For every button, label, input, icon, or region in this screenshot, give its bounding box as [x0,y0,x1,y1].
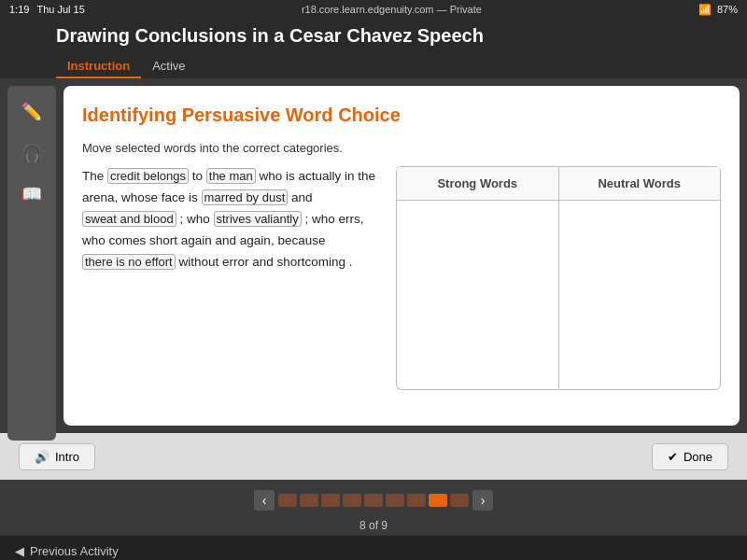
page-dot-2[interactable] [300,494,318,507]
strong-words-column[interactable]: Strong Words [396,166,558,390]
neutral-words-body[interactable] [559,201,721,389]
intro-button[interactable]: 🔊 Intro [19,443,95,470]
strong-words-header: Strong Words [397,167,558,201]
time: 1:19 [9,4,29,15]
strong-words-body[interactable] [397,201,558,389]
action-bar: 🔊 Intro ✔ Done [0,433,747,480]
check-icon: ✔ [668,450,678,464]
day: Thu Jul 15 [36,4,84,15]
page-dot-9[interactable] [450,494,469,507]
neutral-words-header: Neutral Words [559,167,721,201]
prev-page-button[interactable]: ‹ [254,490,275,511]
page-dot-5[interactable] [364,494,383,507]
content-card: Identifying Persuasive Word Choice Move … [63,86,740,426]
speaker-icon: 🔊 [35,450,49,464]
passage-text: The credit belongs to the man who is act… [82,166,381,390]
card-title: Identifying Persuasive Word Choice [82,105,721,126]
page-dot-8[interactable] [429,494,447,507]
page-count: 8 of 9 [358,517,389,534]
tag-there-is-no-effort[interactable]: there is no effort [82,254,176,270]
sidebar: ✏️ 🎧 📖 [7,86,56,441]
page-dot-7[interactable] [407,494,426,507]
prev-activity-button[interactable]: ◀ Previous Activity [15,544,119,558]
nav-tabs: Instruction Active [0,52,747,78]
passage-after6: without error and shortcoming . [178,255,352,269]
pencil-icon[interactable]: ✏️ [15,95,49,129]
word-columns: Strong Words Neutral Words [396,166,721,390]
tag-strives-valiantly[interactable]: strives valiantly [214,211,302,227]
title-bar: Drawing Conclusions in a Cesar Chavez Sp… [0,19,747,52]
intro-label: Intro [55,450,79,464]
status-bar: 1:19 Thu Jul 15 r18.core.learn.edgenuity… [0,0,747,19]
passage-columns: The credit belongs to the man who is act… [82,166,721,390]
battery: 87% [717,4,738,15]
book-icon[interactable]: 📖 [15,177,49,211]
headphones-icon[interactable]: 🎧 [15,136,49,170]
passage-intro: The [82,169,104,183]
page-dot-6[interactable] [386,494,404,507]
bottom-nav: ◀ Previous Activity [0,536,747,560]
tag-the-man[interactable]: the man [206,168,256,184]
prev-activity-label: Previous Activity [30,544,119,558]
passage-after4: ; who [179,212,209,226]
done-label: Done [684,450,712,464]
page-dots [278,494,469,507]
pagination-wrapper: ‹ › 8 of 9 [0,480,747,536]
url: r18.core.learn.edgenuity.com — Private [302,4,482,15]
page-dot-3[interactable] [321,494,340,507]
neutral-words-column[interactable]: Neutral Words [558,166,722,390]
pagination: ‹ › [248,483,499,517]
tag-credit-belongs[interactable]: credit belongs [107,168,189,184]
page-dot-4[interactable] [343,494,361,507]
card-instruction: Move selected words into the correct cat… [82,141,721,155]
done-button[interactable]: ✔ Done [652,443,728,470]
tag-sweat-and-blood[interactable]: sweat and blood [82,211,176,227]
wifi-icon: 📶 [698,4,712,16]
next-page-button[interactable]: › [472,490,493,511]
tab-active[interactable]: Active [141,55,196,78]
status-right: 📶 87% [698,4,738,16]
page-title: Drawing Conclusions in a Cesar Chavez Sp… [56,25,484,47]
arrow-left-icon: ◀ [15,544,24,558]
main-area: ✏️ 🎧 📖 Identifying Persuasive Word Choic… [0,78,747,433]
page-dot-1[interactable] [278,494,297,507]
tag-marred-by-dust[interactable]: marred by dust [202,189,289,205]
tab-instruction[interactable]: Instruction [56,55,141,78]
